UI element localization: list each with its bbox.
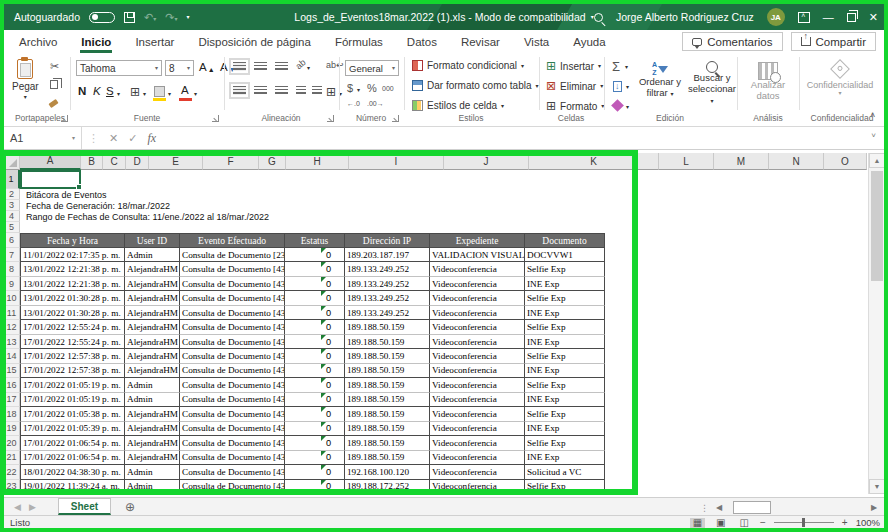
table-cell[interactable]: 0 (285, 277, 345, 291)
scroll-right-icon[interactable]: ▶ (868, 503, 880, 512)
scroll-left-icon[interactable]: ◀ (713, 503, 725, 512)
table-cell[interactable]: Videoconferencia (430, 451, 525, 465)
table-cell[interactable]: INE Exp (525, 422, 605, 436)
table-cell[interactable]: 189.188.172.252 (345, 480, 430, 494)
copy-icon[interactable] (50, 80, 58, 89)
font-name-select[interactable]: Tahoma▾ (76, 60, 162, 76)
delete-cells-button[interactable]: ⊠Eliminar▾ (546, 80, 603, 92)
row-header-7[interactable]: 7 (4, 248, 20, 262)
expand-formula-bar-icon[interactable]: ˅ (871, 131, 876, 140)
fill-color-caret[interactable]: ▾ (168, 91, 171, 97)
table-cell[interactable]: 17/01/2022 12:55:24 p. m. (20, 335, 125, 349)
table-cell[interactable]: AlejandraHM (125, 277, 180, 291)
font-size-select[interactable]: 8▾ (165, 60, 194, 76)
tab-revisar[interactable]: Revisar (460, 34, 501, 50)
table-cell[interactable]: 0 (285, 349, 345, 363)
table-cell[interactable]: Videoconferencia (430, 277, 525, 291)
quick-access-dropdown-icon[interactable]: ▾ (186, 14, 189, 20)
table-cell[interactable]: INE Exp (525, 364, 605, 378)
align-top-icon[interactable] (233, 62, 246, 71)
table-cell[interactable]: Consulta de Documento [43] (180, 378, 285, 392)
sheet-nav-arrows[interactable]: ◀▶ (14, 502, 36, 512)
vertical-scrollbar[interactable]: ▲ ▼ (868, 153, 884, 494)
table-cell[interactable]: Consulta de Documento [43] (180, 436, 285, 450)
select-all-corner[interactable] (4, 153, 20, 170)
row-header-11[interactable]: 11 (4, 306, 20, 320)
table-cell[interactable]: Consulta de Documento [43] (180, 451, 285, 465)
table-cell[interactable]: 0 (285, 465, 345, 479)
tab-insertar[interactable]: Insertar (134, 34, 175, 50)
table-cell[interactable]: VALIDACION VISUAL (430, 248, 525, 262)
underline-button[interactable]: S (106, 85, 114, 97)
orientation-icon[interactable]: ab (294, 58, 307, 71)
ribbon-display-options-icon[interactable] (798, 12, 810, 23)
horizontal-scrollbar[interactable]: ⋮ ◀ ▶ (700, 501, 880, 514)
table-cell[interactable]: 19/01/2022 11:39:24 a. m. (20, 480, 125, 494)
table-cell[interactable]: Videoconferencia (430, 291, 525, 305)
table-cell[interactable]: 189.133.249.252 (345, 291, 430, 305)
cell-styles-button[interactable]: Estilos de celda▾ (412, 100, 504, 111)
scroll-up-icon[interactable]: ▲ (869, 153, 885, 168)
currency-caret[interactable]: ▾ (357, 87, 360, 93)
table-cell[interactable]: 189.188.50.159 (345, 393, 430, 407)
fill-color-icon[interactable] (154, 86, 165, 97)
table-cell[interactable]: Consulta de Documento [23] (180, 248, 285, 262)
align-left-icon[interactable] (233, 86, 246, 95)
fill-down-caret[interactable]: ▾ (626, 84, 629, 90)
row-header-12[interactable]: 12 (4, 320, 20, 334)
format-as-table-button[interactable]: Dar formato como tabla▾ (412, 80, 539, 91)
table-cell[interactable]: Consulta de Documento [43] (180, 480, 285, 494)
currency-icon[interactable]: $ (347, 83, 353, 94)
row-header-5[interactable]: 5 (4, 222, 20, 233)
column-header-g[interactable]: G (259, 153, 286, 170)
column-header-f[interactable]: F (203, 153, 259, 170)
row-header-9[interactable]: 9 (4, 277, 20, 291)
bold-button[interactable]: N (78, 85, 86, 97)
increase-indent-icon[interactable] (312, 86, 322, 95)
sheet-nav-right-icon[interactable]: ▶ (29, 502, 36, 512)
table-cell[interactable]: AlejandraHM (125, 436, 180, 450)
table-cell[interactable]: 13/01/2022 12:21:38 p. m. (20, 262, 125, 276)
thousands-icon[interactable]: 000 (382, 85, 394, 92)
number-dialog-launcher[interactable] (392, 115, 399, 122)
zoom-level[interactable]: 100% (856, 517, 880, 528)
clear-caret[interactable]: ▾ (626, 104, 629, 110)
table-cell[interactable]: AlejandraHM (125, 262, 180, 276)
table-cell[interactable]: 189.133.249.252 (345, 277, 430, 291)
generation-date-text[interactable]: Fecha de Generación: 18/mar./2022 (26, 201, 170, 211)
normal-view-icon[interactable]: ▦ (690, 518, 705, 528)
table-cell[interactable]: 189.188.50.159 (345, 436, 430, 450)
table-cell[interactable]: Consulta de Documento [43] (180, 364, 285, 378)
decrease-indent-icon[interactable] (296, 86, 306, 95)
table-cell[interactable]: 0 (285, 407, 345, 421)
minimize-button[interactable]: — (823, 12, 834, 23)
find-select-button[interactable]: Buscar y seleccionar ▾ (686, 61, 738, 106)
save-icon[interactable] (124, 12, 135, 23)
table-cell[interactable]: 17/01/2022 12:57:38 p. m. (20, 364, 125, 378)
table-cell[interactable]: Admin (125, 378, 180, 392)
table-cell[interactable]: Solicitud a VC (525, 465, 605, 479)
search-icon[interactable] (594, 13, 603, 22)
name-box[interactable]: A1▾ (4, 127, 82, 149)
row-header-13[interactable]: 13 (4, 335, 20, 349)
tab-vista[interactable]: Vista (523, 34, 550, 50)
table-cell[interactable]: Consulta de Documento [43] (180, 407, 285, 421)
table-cell[interactable]: 0 (285, 335, 345, 349)
table-cell[interactable]: Consulta de Documento [43] (180, 422, 285, 436)
table-cell[interactable]: 0 (285, 480, 345, 494)
cancel-formula-icon[interactable]: ✕ (109, 132, 118, 145)
row-header-6[interactable]: 6 (4, 233, 20, 248)
table-cell[interactable]: AlejandraHM (125, 407, 180, 421)
table-cell[interactable]: Admin (125, 465, 180, 479)
autosum-caret[interactable]: ▾ (625, 64, 628, 70)
table-cell[interactable]: 189.188.50.159 (345, 335, 430, 349)
column-header-h[interactable]: H (286, 153, 349, 170)
table-cell[interactable]: AlejandraHM (125, 364, 180, 378)
align-middle-icon[interactable] (254, 62, 267, 71)
clear-icon[interactable] (611, 99, 624, 112)
table-cell[interactable]: AlejandraHM (125, 422, 180, 436)
row-header-17[interactable]: 17 (4, 393, 20, 407)
table-cell[interactable]: Admin (125, 480, 180, 494)
column-header-l[interactable]: L (659, 153, 714, 170)
table-cell[interactable]: Consulta de Documento [43] (180, 335, 285, 349)
